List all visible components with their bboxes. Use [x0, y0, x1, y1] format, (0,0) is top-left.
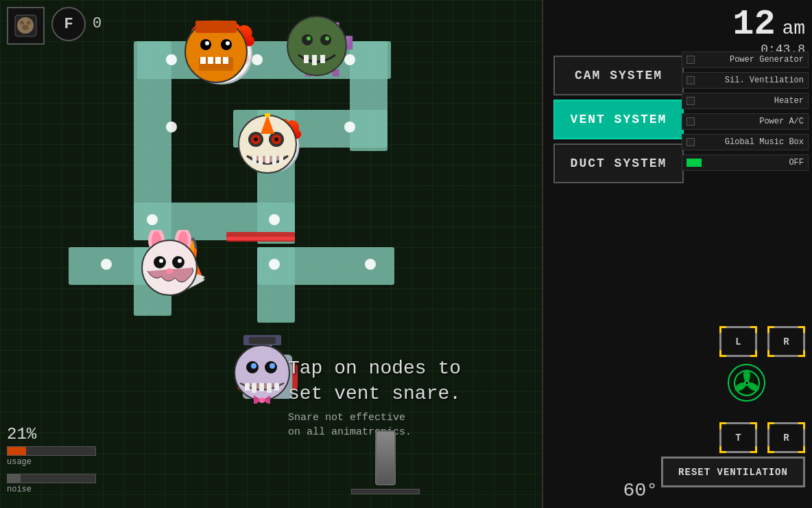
zero-indicator: 0	[93, 15, 102, 32]
power-gen-control[interactable]: Power Generator	[682, 51, 809, 68]
svg-rect-37	[223, 57, 228, 64]
svg-point-26	[27, 21, 31, 25]
svg-point-91	[745, 382, 748, 384]
time-hour: 12	[732, 4, 775, 45]
ennard-face	[237, 113, 298, 175]
svg-rect-34	[200, 57, 206, 64]
cam-icons-top: L R	[719, 326, 805, 357]
svg-rect-35	[208, 57, 213, 64]
svg-point-25	[20, 21, 24, 25]
cam-t-label: T	[735, 432, 741, 443]
svg-point-85	[259, 397, 265, 403]
time-display: 12 am 0:43.8	[732, 7, 805, 56]
svg-rect-59	[272, 156, 276, 165]
svg-rect-36	[215, 57, 221, 64]
svg-point-42	[307, 36, 311, 41]
cam-r2-icon[interactable]: R	[767, 422, 805, 453]
svg-rect-80	[259, 383, 264, 391]
chica-face	[182, 17, 250, 86]
svg-point-70	[166, 268, 173, 274]
heater-dot	[686, 97, 695, 105]
power-ac-control[interactable]: Power A/C	[682, 113, 809, 130]
svg-point-73	[235, 345, 289, 400]
noise-container: noise	[7, 474, 96, 494]
power-gen-dot	[686, 56, 695, 64]
noise-bar-background	[7, 474, 96, 483]
svg-rect-46	[320, 55, 325, 63]
springtrap-face	[285, 14, 350, 79]
noise-label: noise	[7, 485, 96, 494]
mangle-face	[137, 230, 202, 299]
cam-icons-bottom: T R	[719, 422, 805, 453]
usage-label: usage	[7, 457, 96, 467]
svg-point-39	[287, 16, 346, 76]
svg-rect-38	[195, 21, 237, 33]
funtime-freddy-face	[230, 335, 295, 404]
sil-vent-control[interactable]: Sil. Ventilation	[682, 72, 809, 89]
time-ampm: am	[782, 18, 805, 39]
svg-rect-79	[252, 383, 256, 393]
cam-left-label: L	[735, 336, 741, 347]
game-container: F 0 🤡 👾 🤡 🦊 🤖	[0, 0, 812, 508]
usage-percent: 21%	[7, 425, 96, 443]
degree-display: 60°	[623, 480, 658, 501]
cam-left-icon[interactable]: L	[719, 326, 757, 357]
cam-r2-label: R	[783, 432, 789, 443]
systems-container: CAM SYSTEM VENT SYSTEM DUCT SYSTEM	[550, 51, 687, 187]
svg-rect-45	[312, 55, 317, 65]
svg-point-76	[251, 363, 256, 369]
svg-rect-57	[259, 156, 263, 165]
svg-point-31	[205, 41, 209, 45]
off-toggle[interactable]: OFF	[682, 154, 809, 171]
svg-point-32	[226, 41, 230, 45]
vent-system-button[interactable]: VENT SYSTEM	[553, 100, 684, 139]
svg-rect-44	[304, 55, 309, 63]
svg-rect-60	[279, 156, 283, 163]
f-label: F	[64, 16, 73, 33]
cam-system-button[interactable]: CAM SYSTEM	[553, 56, 684, 95]
instruction-main: Tap on nodes toset vent snare.	[288, 356, 508, 406]
global-music-control[interactable]: Global Music Box	[682, 134, 809, 150]
torch	[351, 430, 420, 494]
usage-bar-background	[7, 446, 96, 456]
svg-rect-78	[245, 383, 250, 391]
svg-point-50	[254, 137, 258, 141]
torch-bar	[351, 489, 420, 494]
svg-point-77	[270, 363, 275, 369]
usage-container: 21% usage	[7, 425, 96, 467]
power-ac-label: Power A/C	[700, 117, 804, 126]
svg-rect-56	[252, 156, 256, 163]
fan-icon[interactable]	[728, 364, 765, 402]
power-ac-dot	[686, 117, 695, 126]
reset-ventilation-button[interactable]: RESET VENTILATION	[661, 457, 805, 487]
f-button[interactable]: F	[51, 7, 86, 41]
svg-point-87	[743, 369, 750, 382]
duct-system-button[interactable]: DUCT SYSTEM	[553, 143, 684, 183]
cam-t-icon[interactable]: T	[719, 422, 757, 453]
svg-point-43	[325, 36, 329, 41]
controls-panel: Power Generator Sil. Ventilation Heater …	[682, 51, 809, 171]
cam-right-icon[interactable]: R	[767, 326, 805, 357]
instruction-box: Tap on nodes toset vent snare. Snare not…	[288, 356, 508, 439]
svg-point-65	[142, 240, 197, 295]
sil-vent-dot	[686, 76, 695, 84]
svg-rect-81	[267, 383, 272, 393]
svg-point-27	[22, 25, 29, 30]
heater-control[interactable]: Heater	[682, 93, 809, 109]
cam-right-label: R	[783, 336, 789, 347]
usage-bar-fill	[8, 447, 26, 455]
heater-label: Heater	[700, 96, 804, 106]
svg-rect-82	[274, 383, 279, 391]
svg-point-68	[159, 259, 163, 263]
sil-vent-label: Sil. Ventilation	[700, 76, 804, 85]
off-green-indicator	[686, 159, 702, 167]
svg-rect-72	[249, 337, 276, 344]
svg-point-69	[178, 259, 182, 263]
global-music-label: Global Music Box	[700, 137, 804, 147]
back-button[interactable]	[7, 7, 45, 45]
svg-rect-58	[265, 156, 270, 163]
svg-point-53	[274, 137, 278, 141]
power-gen-label: Power Generator	[700, 55, 804, 65]
right-panel: 12 am 0:43.8 CAM SYSTEM VENT SYSTEM DUCT…	[542, 0, 812, 508]
global-music-dot	[686, 138, 695, 146]
